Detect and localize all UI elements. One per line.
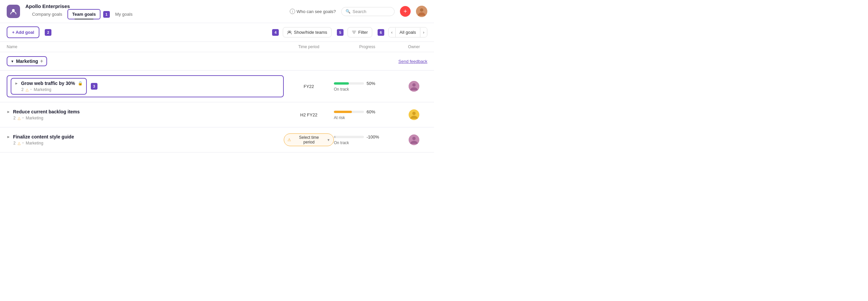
progress-cell-3: -100% On track (334, 134, 401, 145)
warning-icon-2: △ (18, 116, 20, 120)
filter-button[interactable]: Filter (347, 27, 372, 37)
goal-meta-2: 2 △ • Marketing (13, 116, 284, 120)
add-goal-button[interactable]: + Add goal (7, 26, 39, 38)
next-goals-button[interactable]: › (420, 28, 427, 37)
goal-name-cell-2: ► Reduce current backlog items 2 △ • Mar… (7, 107, 284, 122)
goal-title-row-1: ► Grow web traffic by 30% 🔒 (15, 81, 83, 86)
tab-team-goals[interactable]: Team goals (67, 9, 100, 19)
svg-point-13 (412, 137, 416, 140)
expand-icon-2[interactable]: ► (7, 110, 10, 114)
col-header-name: Name (7, 45, 284, 49)
progress-pct-3: -100% (367, 134, 379, 139)
progress-bar-fill-3 (334, 136, 336, 138)
chevron-down-icon: ▼ (11, 59, 14, 63)
annotation-3: 3 (91, 83, 97, 90)
expand-icon-3[interactable]: ► (7, 135, 10, 139)
owner-avatar-2 (409, 109, 419, 120)
progress-pct-2: 60% (367, 109, 375, 114)
app-icon (7, 5, 20, 18)
time-cell-2: H2 FY22 (284, 112, 334, 117)
col-header-time: Time period (284, 45, 334, 49)
chevron-down-icon-time: ▼ (327, 138, 330, 142)
progress-bar-bg-3 (334, 136, 364, 138)
who-can-see: i Who can see goals? (290, 9, 336, 14)
goal-title-1: Grow web traffic by 30% (21, 81, 75, 86)
annotation-6: 6 (378, 29, 384, 36)
tab-company-goals[interactable]: Company goals (28, 10, 66, 19)
annotation-1: 1 (103, 11, 110, 18)
owner-cell-2 (401, 109, 427, 120)
goal-title-row-3: ► Finalize content style guide (7, 134, 284, 139)
goal-meta-3: 2 △ • Marketing (13, 141, 284, 145)
svg-point-11 (412, 112, 416, 115)
table-header: Name Time period Progress Owner (0, 42, 434, 52)
progress-cell-2: 60% At risk (334, 109, 401, 120)
all-goals-label: All goals (396, 27, 420, 37)
search-box[interactable]: 🔍 Search (341, 7, 395, 16)
expand-icon-1[interactable]: ► (15, 81, 18, 85)
annotation-4: 4 (272, 29, 279, 36)
time-cell-3: ⚠ Select time period ▼ (284, 133, 334, 146)
progress-bar-fill-1 (334, 82, 349, 85)
warn-icon-time: ⚠ (287, 137, 291, 142)
warning-icon-3: △ (18, 141, 20, 145)
col-header-progress: Progress (334, 45, 401, 49)
owner-cell-1 (401, 81, 427, 92)
progress-bar-row-2: 60% (334, 109, 375, 114)
progress-pct-1: 50% (367, 81, 375, 86)
select-time-label: Select time period (293, 135, 325, 144)
progress-bar-row-1: 50% (334, 81, 375, 86)
lock-icon-1: 🔒 (78, 81, 83, 86)
goal-meta-1: 2 △ • Marketing (21, 87, 83, 92)
goal-row-3: ► Finalize content style guide 2 △ • Mar… (0, 128, 434, 153)
warning-icon-1: △ (26, 88, 28, 92)
select-time-button[interactable]: ⚠ Select time period ▼ (284, 133, 334, 146)
teams-icon (287, 30, 292, 35)
goal-title-3: Finalize content style guide (13, 134, 74, 139)
time-cell-1: FY22 (284, 84, 334, 89)
svg-point-2 (420, 8, 423, 12)
goal-row-2: ► Reduce current backlog items 2 △ • Mar… (0, 102, 434, 128)
col-header-owner: Owner (401, 45, 427, 49)
search-icon: 🔍 (345, 9, 350, 14)
tab-my-goals[interactable]: My goals (111, 10, 136, 19)
header: Apollo Enterprises Company goals Team go… (0, 0, 434, 23)
filter-icon (352, 30, 356, 34)
show-hide-teams-button[interactable]: Show/hide teams (283, 27, 332, 37)
svg-point-9 (412, 83, 416, 87)
owner-avatar-3 (409, 134, 419, 145)
progress-status-1: On track (334, 87, 349, 92)
user-avatar (416, 6, 427, 17)
progress-status-3: On track (334, 140, 349, 145)
goal-title-row-2: ► Reduce current backlog items (7, 109, 284, 114)
send-feedback-link[interactable]: Send feedback (398, 59, 427, 64)
group-marketing-toggle[interactable]: ▼ Marketing + (7, 56, 47, 66)
goal-name-cell-1: ► Grow web traffic by 30% 🔒 2 △ • Market… (7, 75, 284, 97)
info-icon: i (290, 9, 295, 14)
progress-bar-bg-2 (334, 111, 364, 113)
progress-cell-1: 50% On track (334, 81, 401, 92)
progress-bar-fill-2 (334, 111, 352, 113)
goal-title-2: Reduce current backlog items (13, 109, 80, 114)
annotation-2: 2 (45, 29, 52, 36)
nav-tabs: Company goals Team goals 1 My goals (28, 9, 136, 19)
all-goals-group: ‹ All goals › (388, 27, 427, 37)
toolbar: + Add goal 2 4 Show/hide teams 5 Filter … (0, 23, 434, 42)
progress-bar-bg-1 (334, 82, 364, 85)
owner-cell-3 (401, 134, 427, 145)
group-marketing: ▼ Marketing + Send feedback (0, 52, 434, 71)
prev-goals-button[interactable]: ‹ (389, 28, 396, 37)
goal-row-1: ► Grow web traffic by 30% 🔒 2 △ • Market… (0, 71, 434, 102)
svg-point-0 (12, 9, 15, 12)
app-name: Apollo Enterprises (25, 3, 136, 9)
progress-status-2: At risk (334, 115, 345, 120)
group-name: Marketing (16, 58, 38, 64)
goal-name-cell-3: ► Finalize content style guide 2 △ • Mar… (7, 132, 284, 147)
annotation-5: 5 (337, 29, 344, 36)
owner-avatar-1 (409, 81, 419, 92)
add-button[interactable]: + (400, 6, 411, 17)
group-add-button[interactable]: + (40, 58, 43, 64)
progress-bar-row-3: -100% (334, 134, 379, 139)
